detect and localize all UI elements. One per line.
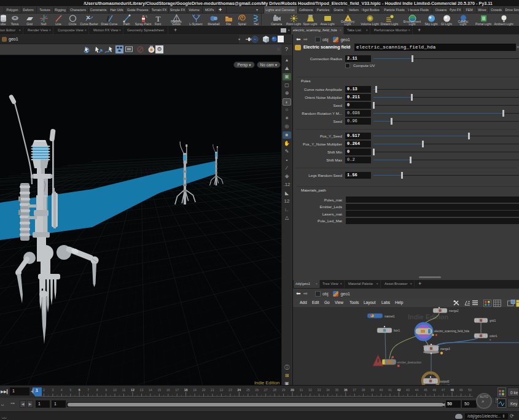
svg-text:2: 2 xyxy=(43,388,45,392)
svg-text:35: 35 xyxy=(335,388,338,392)
svg-text:merge3: merge3 xyxy=(440,348,450,351)
svg-text:22: 22 xyxy=(220,388,224,392)
svg-text:11: 11 xyxy=(122,388,125,392)
svg-text:41: 41 xyxy=(388,388,392,392)
svg-text:28: 28 xyxy=(273,388,276,392)
svg-text:48: 48 xyxy=(450,388,454,392)
svg-text:16: 16 xyxy=(166,388,170,392)
svg-text:47: 47 xyxy=(442,388,445,392)
svg-text:grid1: grid1 xyxy=(490,319,496,322)
svg-text:26: 26 xyxy=(255,388,259,392)
svg-text:29: 29 xyxy=(282,388,286,392)
svg-text:45: 45 xyxy=(424,388,427,392)
svg-text:10: 10 xyxy=(113,388,117,392)
svg-text:20: 20 xyxy=(202,388,206,392)
svg-text:46: 46 xyxy=(432,388,436,392)
svg-text:matnet1: matnet1 xyxy=(384,315,395,318)
svg-text:38: 38 xyxy=(362,388,365,392)
svg-text:43: 43 xyxy=(406,388,410,392)
svg-text:49: 49 xyxy=(459,388,463,392)
svg-text:color1: color1 xyxy=(490,335,498,338)
svg-text:40: 40 xyxy=(380,388,383,392)
svg-text:27: 27 xyxy=(264,388,268,392)
svg-text:31: 31 xyxy=(300,388,303,392)
svg-text:32: 32 xyxy=(308,388,312,392)
svg-text:13: 13 xyxy=(140,388,144,392)
svg-text:50: 50 xyxy=(468,388,472,392)
svg-text:4: 4 xyxy=(61,388,63,392)
svg-text:34: 34 xyxy=(326,388,330,392)
svg-text:14: 14 xyxy=(149,388,152,392)
svg-text:36: 36 xyxy=(344,388,348,392)
svg-text:output0: output0 xyxy=(440,380,450,383)
svg-text:19: 19 xyxy=(193,388,197,392)
svg-text:merge2: merge2 xyxy=(449,309,459,313)
svg-text:5: 5 xyxy=(69,388,71,392)
svg-text:8: 8 xyxy=(96,388,98,392)
svg-text:17: 17 xyxy=(175,388,179,392)
svg-text:electric_scanning_field_hda: electric_scanning_field_hda xyxy=(434,330,469,333)
svg-text:33: 33 xyxy=(318,388,321,392)
svg-text:6: 6 xyxy=(79,388,80,392)
svg-text:21: 21 xyxy=(211,388,214,392)
svg-text:Indie Edition: Indie Edition xyxy=(254,380,279,385)
svg-text:3: 3 xyxy=(52,388,53,392)
svg-text:42: 42 xyxy=(397,388,401,392)
svg-text:9: 9 xyxy=(105,388,107,392)
svg-text:15: 15 xyxy=(157,388,161,392)
svg-text:30: 30 xyxy=(291,388,294,392)
svg-text:7: 7 xyxy=(87,388,89,392)
svg-text:25: 25 xyxy=(246,388,250,392)
svg-text:12: 12 xyxy=(131,388,135,392)
svg-text:T: T xyxy=(155,14,160,23)
svg-text:Indie Edition: Indie Edition xyxy=(408,313,448,321)
svg-text:emitter_destruction: emitter_destruction xyxy=(397,361,422,364)
svg-text:18: 18 xyxy=(184,388,188,392)
svg-text:44: 44 xyxy=(415,388,419,392)
svg-text:39: 39 xyxy=(370,388,374,392)
svg-text:37: 37 xyxy=(353,388,356,392)
svg-text:23: 23 xyxy=(228,388,232,392)
svg-text:box1: box1 xyxy=(394,329,400,332)
svg-text:24: 24 xyxy=(237,388,241,392)
